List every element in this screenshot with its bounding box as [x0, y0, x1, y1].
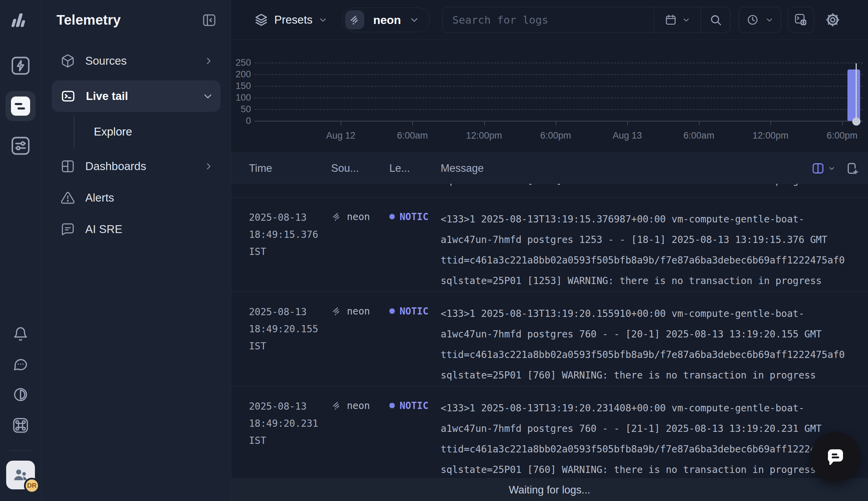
sidebar-item-label: Live tail — [86, 90, 192, 103]
command-menu-icon[interactable] — [12, 417, 29, 434]
rail-quickstart-icon[interactable] — [10, 55, 32, 77]
log-source: neon — [331, 209, 389, 224]
y-axis-tick-label: 200 — [231, 69, 251, 80]
x-axis-tick-label: Aug 13 — [613, 130, 642, 141]
log-table-header: Time Sou... Le... Message — [231, 153, 868, 184]
sidebar-item-alerts[interactable]: Alerts — [52, 186, 221, 210]
terminal-code-icon — [794, 13, 808, 27]
chevron-right-icon — [204, 162, 213, 171]
waiting-status-text: Waiting for logs... — [509, 484, 590, 496]
y-axis-tick-label: 50 — [231, 104, 251, 115]
log-row[interactable]: 2025-08-1318:49:15.376IST neon NOTIC <13… — [231, 198, 868, 292]
chevron-down-icon — [766, 16, 773, 24]
neon-source-icon — [331, 400, 342, 411]
date-range-picker[interactable] — [654, 7, 701, 32]
sidebar-item-ai-sre[interactable]: AI SRE — [52, 217, 221, 241]
log-volume-chart[interactable]: 050100150200250Aug 126:00am12:00pm6:00pm… — [231, 40, 868, 153]
rail-divider — [10, 450, 32, 451]
presets-button[interactable]: Presets — [254, 13, 327, 27]
chevron-down-icon — [203, 91, 213, 101]
x-axis-tick — [484, 121, 485, 125]
log-level-badge: NOTIC — [389, 398, 441, 413]
add-column-button[interactable] — [845, 161, 859, 175]
source-icon-box — [345, 10, 364, 30]
chevron-down-icon — [682, 16, 690, 24]
sidebar-item-sources[interactable]: Sources — [52, 49, 221, 73]
terminal-icon — [61, 89, 76, 104]
log-level-badge: NOTIC — [389, 209, 441, 224]
chevron-down-icon — [410, 15, 419, 24]
sidebar-nav: Sources Live tail Explore — [52, 40, 221, 249]
column-layout-button[interactable] — [811, 161, 835, 175]
x-axis-tick — [842, 121, 843, 125]
sidebar-item-label: Alerts — [85, 191, 213, 204]
x-axis-tick — [627, 121, 628, 125]
y-axis-tick-label: 250 — [231, 57, 251, 68]
gridline — [254, 74, 863, 75]
log-row-clipped[interactable]: sqlstate=25P01 [1253] WARNING: there is … — [231, 184, 868, 198]
sidebar-item-live-tail[interactable]: Live tail — [52, 81, 221, 112]
layout-grid-icon — [61, 159, 75, 173]
search-icon — [709, 13, 722, 26]
rail-settings-sliders-icon[interactable] — [10, 135, 32, 157]
alert-triangle-icon — [61, 191, 75, 205]
x-axis-tick-label: 6:00am — [684, 130, 714, 141]
x-axis-tick — [699, 121, 700, 125]
search-input[interactable] — [443, 7, 654, 32]
app-window: DR Telemetry Sources — [0, 0, 868, 501]
x-axis-tick — [341, 121, 341, 125]
search-submit-button[interactable] — [701, 7, 730, 32]
sidebar-item-label: AI SRE — [85, 223, 213, 236]
time-range-button[interactable] — [739, 7, 781, 33]
rail-logs-active[interactable] — [6, 91, 35, 121]
log-message: <133>1 2025-08-13T13:19:20.231408+00:00 … — [441, 398, 868, 478]
query-console-button[interactable] — [788, 7, 814, 33]
log-source: neon — [331, 303, 389, 319]
log-row[interactable]: 2025-08-1318:49:20.155IST neon NOTIC <13… — [231, 292, 868, 386]
support-chat-button[interactable] — [811, 432, 860, 482]
log-level-badge: NOTIC — [389, 303, 441, 319]
feedback-chat-icon[interactable] — [13, 356, 29, 372]
main-content: Presets neon — [231, 0, 868, 501]
clock-icon — [747, 14, 759, 26]
clipped-log-text: sqlstate=25P01 [1253] WARNING: there is … — [441, 184, 822, 186]
neon-source-icon — [331, 306, 342, 317]
x-axis-tick-label: 6:00pm — [540, 130, 571, 141]
neon-source-icon — [331, 211, 342, 222]
notifications-bell-icon[interactable] — [13, 327, 29, 342]
log-message: <133>1 2025-08-13T13:19:15.376987+00:00 … — [441, 209, 868, 291]
level-dot — [389, 308, 395, 314]
histogram-bar — [847, 70, 860, 121]
x-axis-tick — [770, 121, 771, 125]
log-row[interactable]: 2025-08-1318:49:20.231IST neon NOTIC <13… — [231, 386, 868, 478]
collapse-sidebar-icon[interactable] — [201, 12, 217, 28]
y-axis-tick-label: 150 — [231, 81, 251, 92]
x-axis-tick-label: 12:00pm — [753, 130, 788, 141]
cube-icon — [61, 54, 75, 68]
x-axis-line — [254, 121, 863, 121]
log-time: 2025-08-1318:49:20.155IST — [249, 303, 331, 355]
level-dot — [389, 214, 395, 219]
gridline — [254, 86, 863, 87]
calendar-icon — [665, 14, 677, 26]
gridline — [254, 97, 863, 98]
log-time: 2025-08-1318:49:15.376IST — [249, 209, 331, 260]
sidebar-subitem-explore[interactable]: Explore — [74, 115, 221, 148]
source-filter-pill[interactable]: neon — [342, 8, 430, 32]
col-header-source: Sou... — [331, 162, 389, 174]
message-square-icon — [61, 222, 75, 236]
col-header-message: Message — [441, 162, 868, 174]
settings-gear-icon[interactable] — [824, 11, 841, 29]
x-axis-tick-label: 6:00pm — [827, 130, 857, 141]
log-source: neon — [331, 398, 389, 413]
chevron-right-icon — [204, 56, 213, 65]
log-time: 2025-08-1318:49:20.231IST — [249, 398, 331, 449]
theme-contrast-icon[interactable] — [13, 387, 29, 403]
user-avatar[interactable]: DR — [6, 461, 35, 489]
layers-icon — [254, 13, 268, 27]
brand-logo[interactable] — [11, 10, 31, 30]
sidebar-item-label: Dashboards — [85, 160, 194, 173]
sidebar-item-dashboards[interactable]: Dashboards — [52, 154, 221, 178]
sidebar-item-label: Sources — [85, 54, 194, 67]
neon-source-icon — [349, 14, 361, 26]
